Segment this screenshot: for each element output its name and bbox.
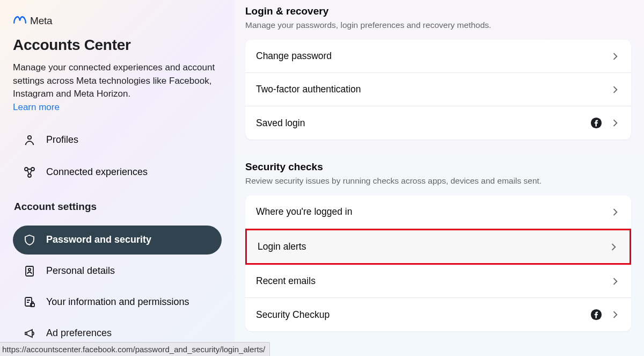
sidebar-item-label: Password and security	[46, 234, 151, 246]
sidebar-item-profiles[interactable]: Profiles	[13, 126, 222, 155]
facebook-icon	[590, 309, 602, 321]
chevron-right-icon	[610, 276, 620, 287]
sidebar-item-connected-experiences[interactable]: Connected experiences	[13, 158, 222, 187]
row-right	[610, 84, 620, 95]
row-label: Change password	[256, 50, 332, 62]
sidebar-item-info-permissions[interactable]: Your information and permissions	[13, 288, 222, 317]
row-label: Saved login	[256, 118, 305, 129]
section-desc-security-checks: Review security issues by running checks…	[245, 176, 631, 186]
learn-more-link[interactable]: Learn more	[13, 102, 60, 113]
row-label: Two-factor authentication	[256, 84, 361, 95]
section-desc-login-recovery: Manage your passwords, login preferences…	[245, 20, 631, 30]
shield-icon	[23, 233, 36, 247]
row-two-factor[interactable]: Two-factor authentication	[245, 73, 631, 106]
row-label: Where you're logged in	[256, 206, 352, 217]
sidebar-item-password-security[interactable]: Password and security	[13, 226, 222, 255]
browser-status-bar: https://accountscenter.facebook.com/pass…	[0, 342, 270, 356]
sidebar-nav-top: Profiles Connected experiences	[13, 126, 222, 187]
sidebar: Meta Accounts Center Manage your connect…	[0, 0, 235, 356]
row-right	[590, 117, 620, 129]
row-security-checkup[interactable]: Security Checkup	[245, 298, 631, 331]
card-group-login-recovery: Change password Two-factor authenticatio…	[245, 40, 631, 140]
megaphone-icon	[23, 326, 36, 340]
sidebar-item-label: Personal details	[46, 265, 115, 277]
row-label: Recent emails	[256, 275, 316, 287]
meta-brand: Meta	[13, 15, 222, 27]
main-content: Login & recovery Manage your passwords, …	[235, 0, 644, 356]
section-title-security-checks: Security checks	[245, 161, 631, 173]
row-label: Login alerts	[258, 241, 306, 252]
chevron-right-icon	[610, 51, 620, 62]
row-login-alerts[interactable]: Login alerts	[245, 229, 631, 265]
row-change-password[interactable]: Change password	[245, 40, 631, 73]
row-right	[610, 207, 620, 217]
id-card-icon	[23, 264, 36, 278]
row-right	[590, 309, 620, 321]
row-saved-login[interactable]: Saved login	[245, 106, 631, 140]
meta-logo-icon	[13, 15, 27, 27]
chevron-right-icon	[608, 242, 619, 252]
page-title: Accounts Center	[13, 37, 222, 54]
row-recent-emails[interactable]: Recent emails	[245, 265, 631, 298]
svg-point-5	[28, 268, 31, 271]
section-title-login-recovery: Login & recovery	[245, 5, 631, 17]
sidebar-item-personal-details[interactable]: Personal details	[13, 257, 222, 286]
app-root: Meta Accounts Center Manage your connect…	[0, 0, 644, 356]
chevron-right-icon	[610, 309, 620, 320]
sidebar-item-label: Ad preferences	[46, 327, 112, 339]
meta-brand-text: Meta	[30, 15, 52, 27]
svg-point-3	[28, 174, 31, 177]
sidebar-nav-settings: Password and security Personal details Y…	[13, 226, 222, 348]
sidebar-item-label: Your information and permissions	[46, 296, 189, 308]
row-where-logged-in[interactable]: Where you're logged in	[245, 195, 631, 229]
row-right	[608, 242, 619, 252]
card-group-security-checks: Where you're logged in Login alerts Rece…	[245, 195, 631, 331]
chevron-right-icon	[610, 207, 620, 217]
sidebar-item-label: Connected experiences	[46, 166, 148, 178]
row-right	[610, 51, 620, 62]
chevron-right-icon	[610, 118, 620, 128]
row-label: Security Checkup	[256, 309, 330, 321]
connected-icon	[23, 165, 36, 179]
svg-point-0	[28, 136, 31, 139]
sidebar-section-heading: Account settings	[13, 201, 222, 213]
row-right	[610, 276, 620, 287]
sidebar-item-label: Profiles	[46, 134, 78, 146]
facebook-icon	[590, 117, 602, 129]
page-description: Manage your connected experiences and ac…	[13, 61, 222, 101]
chevron-right-icon	[610, 84, 620, 95]
person-icon	[23, 133, 36, 147]
document-lock-icon	[23, 295, 36, 309]
